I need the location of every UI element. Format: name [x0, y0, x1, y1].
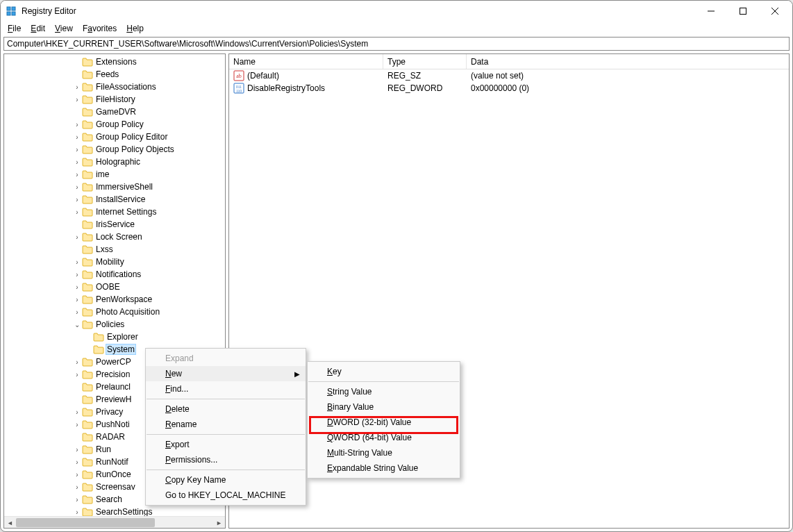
tree-item[interactable]: Lxss: [4, 243, 225, 256]
chevron-right-icon[interactable]: ›: [72, 483, 82, 491]
close-button[interactable]: [759, 1, 791, 22]
tree-item[interactable]: Extensions: [4, 56, 225, 68]
tree-item[interactable]: › Group Policy Objects: [4, 143, 225, 156]
tree-item[interactable]: › Group Policy Editor: [4, 131, 225, 143]
value-row[interactable]: ab (Default)REG_SZ(value not set): [229, 69, 789, 82]
tree-item[interactable]: › Holographic: [4, 156, 225, 168]
ctx-copy-key-name[interactable]: Copy Key Name: [146, 472, 306, 488]
chevron-right-icon[interactable]: ›: [72, 283, 82, 291]
tree-item[interactable]: › PenWorkspace: [4, 293, 225, 306]
folder-icon: [82, 169, 93, 179]
menu-view[interactable]: View: [51, 23, 77, 34]
tree-item[interactable]: › Lock Screen: [4, 231, 225, 243]
tree-item[interactable]: › OOBE: [4, 281, 225, 293]
new-string-value[interactable]: String Value: [308, 384, 460, 399]
column-type[interactable]: Type: [383, 54, 467, 69]
tree-item-label: RunOnce: [94, 469, 133, 479]
chevron-right-icon[interactable]: ›: [72, 183, 82, 191]
tree-context-menu: Expand New▶ Find... Delete Rename Export…: [145, 348, 306, 506]
column-name[interactable]: Name: [229, 54, 383, 69]
tree-item[interactable]: › Photo Acquisition: [4, 306, 225, 318]
ctx-permissions[interactable]: Permissions...: [146, 452, 306, 467]
svg-text:ab: ab: [236, 73, 242, 79]
folder-icon: [82, 144, 93, 154]
ctx-expand[interactable]: Expand: [146, 351, 306, 366]
maximize-button[interactable]: [727, 1, 759, 22]
chevron-right-icon[interactable]: ›: [72, 371, 82, 379]
folder-icon: [82, 57, 93, 67]
chevron-right-icon[interactable]: ›: [72, 96, 82, 103]
tree-item-label: Precision: [94, 369, 131, 379]
new-qword-value[interactable]: QWORD (64-bit) Value: [308, 430, 460, 445]
column-data[interactable]: Data: [467, 54, 789, 69]
menu-favorites[interactable]: Favorites: [78, 23, 121, 34]
ctx-delete[interactable]: Delete: [146, 401, 306, 417]
chevron-right-icon[interactable]: ›: [72, 258, 82, 266]
chevron-right-icon[interactable]: ›: [72, 496, 82, 504]
minimize-button[interactable]: [695, 1, 727, 22]
folder-icon: [82, 369, 93, 379]
tree-item[interactable]: › ime: [4, 168, 225, 181]
tree-item[interactable]: IrisService: [4, 218, 225, 231]
ctx-new[interactable]: New▶: [146, 366, 306, 381]
chevron-right-icon[interactable]: ›: [72, 296, 82, 304]
chevron-right-icon[interactable]: ›: [72, 196, 82, 203]
chevron-right-icon[interactable]: ›: [72, 83, 82, 91]
chevron-right-icon[interactable]: ›: [72, 421, 82, 429]
tree-item[interactable]: Explorer: [4, 331, 225, 343]
tree-item[interactable]: › Group Policy: [4, 118, 225, 131]
new-dword-value[interactable]: DWORD (32-bit) Value: [308, 415, 460, 430]
tree-item[interactable]: › ImmersiveShell: [4, 181, 225, 193]
tree-item-label: System: [106, 344, 136, 355]
tree-horizontal-scrollbar[interactable]: ◄ ►: [4, 516, 225, 528]
chevron-right-icon[interactable]: ›: [72, 471, 82, 479]
tree-item-label: PowerCP: [94, 357, 133, 367]
ctx-goto-hklm[interactable]: Go to HKEY_LOCAL_MACHINE: [146, 488, 306, 503]
chevron-right-icon[interactable]: ›: [72, 121, 82, 128]
new-binary-value[interactable]: Binary Value: [308, 399, 460, 415]
menu-edit[interactable]: Edit: [26, 23, 49, 34]
chevron-right-icon[interactable]: ›: [72, 358, 82, 366]
address-bar[interactable]: Computer\HKEY_CURRENT_USER\Software\Micr…: [3, 37, 790, 51]
chevron-right-icon[interactable]: ›: [72, 446, 82, 454]
chevron-right-icon[interactable]: ›: [72, 146, 82, 153]
tree-item[interactable]: ⌄ Policies: [4, 318, 225, 331]
tree-item[interactable]: › FileHistory: [4, 93, 225, 106]
tree-item[interactable]: Feeds: [4, 68, 225, 81]
new-key[interactable]: Key: [308, 364, 460, 379]
chevron-right-icon[interactable]: ›: [72, 271, 82, 279]
chevron-right-icon[interactable]: ›: [72, 171, 82, 178]
new-expandable-string-value[interactable]: Expandable String Value: [308, 460, 460, 476]
ctx-find[interactable]: Find...: [146, 381, 306, 397]
chevron-right-icon[interactable]: ›: [72, 508, 82, 516]
chevron-right-icon[interactable]: ›: [72, 133, 82, 141]
chevron-right-icon[interactable]: ›: [72, 308, 82, 316]
value-name: (Default): [247, 71, 279, 81]
tree-item-label: Mobility: [94, 257, 126, 267]
chevron-right-icon[interactable]: ›: [72, 458, 82, 466]
ctx-export[interactable]: Export: [146, 437, 306, 452]
tree-item[interactable]: › FileAssociations: [4, 81, 225, 93]
chevron-right-icon[interactable]: ›: [72, 408, 82, 416]
tree-item[interactable]: › SearchSettings: [4, 506, 225, 516]
menu-help[interactable]: Help: [122, 23, 148, 34]
new-multi-string-value[interactable]: Multi-String Value: [308, 445, 460, 460]
tree-item[interactable]: GameDVR: [4, 106, 225, 118]
menu-file[interactable]: File: [3, 23, 25, 34]
chevron-right-icon[interactable]: ›: [72, 233, 82, 241]
folder-icon: [82, 82, 93, 92]
chevron-right-icon[interactable]: ›: [72, 158, 82, 166]
chevron-down-icon[interactable]: ⌄: [72, 321, 82, 329]
folder-icon: [82, 507, 93, 516]
tree-item[interactable]: › Notifications: [4, 268, 225, 281]
tree-item[interactable]: › Mobility: [4, 256, 225, 268]
ctx-rename[interactable]: Rename: [146, 417, 306, 432]
value-row[interactable]: 011 110 DisableRegistryToolsREG_DWORD0x0…: [229, 82, 789, 94]
tree-item[interactable]: › Internet Settings: [4, 206, 225, 218]
svg-rect-1: [7, 12, 10, 15]
tree-item[interactable]: › InstallService: [4, 193, 225, 206]
folder-icon: [82, 194, 93, 204]
tree-item-label: RADAR: [94, 432, 126, 442]
tree-item-label: Lxss: [94, 244, 115, 254]
chevron-right-icon[interactable]: ›: [72, 208, 82, 216]
